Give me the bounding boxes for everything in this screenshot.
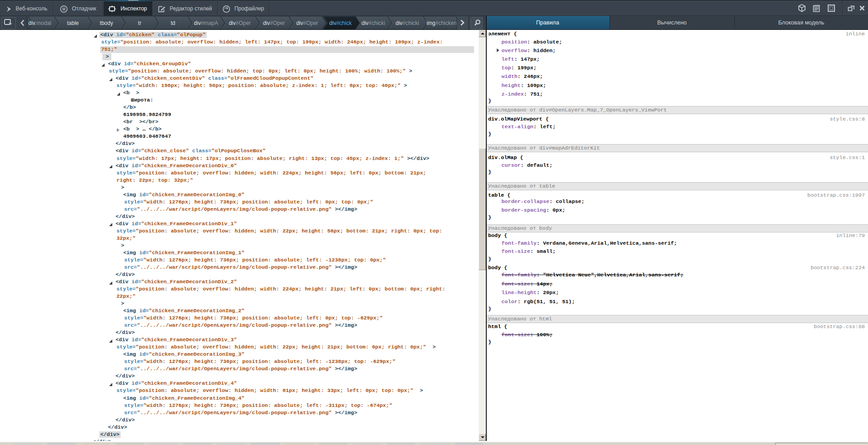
svg-text:div#mapA: div#mapA xyxy=(194,20,218,26)
svg-text:tr: tr xyxy=(138,20,141,26)
svg-text:img#chicken: img#chicken xyxy=(427,20,456,26)
svg-text:div.modal: div.modal xyxy=(29,20,51,26)
svg-text:tbody: tbody xyxy=(100,20,113,26)
svg-text:div#Oper: div#Oper xyxy=(229,20,251,26)
svg-text:td: td xyxy=(171,20,175,26)
svg-text:div#chicki: div#chicki xyxy=(361,20,385,26)
svg-text:div#chick: div#chick xyxy=(329,20,352,26)
svg-text:div#Oper: div#Oper xyxy=(296,20,318,26)
svg-text:div#Oper: div#Oper xyxy=(263,20,285,26)
svg-text:div#chicki: div#chicki xyxy=(395,20,419,26)
svg-text:table: table xyxy=(67,20,79,26)
